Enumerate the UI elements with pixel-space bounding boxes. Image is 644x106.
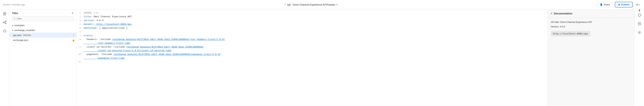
line-number: 6 bbox=[76, 30, 84, 34]
svg-line-7 bbox=[4, 21, 5, 22]
api-raml-filename: api.raml bbox=[13, 34, 22, 37]
lock-icon: 🔒 bbox=[72, 39, 75, 42]
examples-group: ▶ examples + bbox=[10, 23, 76, 28]
book-button[interactable] bbox=[636, 21, 642, 27]
chevron-right-icon: ▶ bbox=[12, 29, 14, 31]
code-line-1: 1 #%RAML 1.0 bbox=[76, 11, 548, 15]
api-raml-file-item[interactable]: api.raml Root file ⋮ bbox=[10, 33, 76, 38]
saved-status: Saved 2 minutes ago bbox=[3, 3, 25, 6]
code-line-9: 9 client-id-secured: !include /exchange_… bbox=[76, 45, 548, 53]
code-line-4: 4 baseUri: http://localhost:8081/api bbox=[76, 23, 548, 26]
line-number: 11 bbox=[76, 60, 84, 64]
file-item-left: exchange.json bbox=[13, 39, 28, 42]
code-line-2: 2 title: Omni Channel Experience API bbox=[76, 15, 548, 19]
share-icon: 👤 bbox=[600, 3, 603, 6]
repo-title: ⑂ egl · Omni Channel Experience API/mast… bbox=[284, 3, 338, 6]
documentation-panel-header: ≡ Documentation bbox=[548, 9, 634, 18]
dependencies-button[interactable] bbox=[2, 19, 8, 25]
documentation-content: API title: Omni Channel Experience API V… bbox=[548, 18, 634, 106]
examples-group-label: examples bbox=[14, 24, 25, 27]
api-raml-menu-button[interactable]: ⋮ bbox=[72, 34, 75, 37]
exchange-modules-group-label: exchange_modules bbox=[14, 29, 35, 32]
svg-point-9 bbox=[14, 18, 15, 19]
top-bar-actions: 👤 Share ⊕ Publish ⚙ ▾ bbox=[597, 2, 641, 7]
code-line-5: 5 mediaType: [ application/json ] bbox=[76, 26, 548, 30]
exchange-modules-group: ▶ exchange_modules bbox=[10, 28, 76, 33]
code-line-10: 10 pageable: !include /exchange_modules/… bbox=[76, 53, 548, 60]
sidebar-header: Files + bbox=[10, 9, 76, 16]
file-item-right: 🔒 bbox=[72, 39, 75, 42]
main-area: Files + ▶ examples + bbox=[0, 9, 644, 106]
filter-input[interactable] bbox=[17, 17, 72, 20]
code-line-6: 6 bbox=[76, 30, 548, 34]
code-line-3: 3 version: 4.0.0 bbox=[76, 19, 548, 23]
publish-label: Publish bbox=[621, 3, 630, 6]
red-arrow-annotation bbox=[634, 9, 644, 12]
chevron-down-icon[interactable]: ▾ bbox=[336, 3, 338, 6]
exchange-modules-group-header[interactable]: ▶ exchange_modules bbox=[11, 28, 75, 33]
svg-point-4 bbox=[3, 22, 4, 23]
file-item-left: api.raml Root file bbox=[13, 34, 32, 37]
shield-button[interactable] bbox=[636, 12, 642, 18]
add-file-button[interactable]: + bbox=[72, 11, 74, 15]
line-content: pageable: !include /exchange_modules/9c3… bbox=[84, 53, 548, 60]
right-icon-bar bbox=[634, 9, 644, 106]
publish-icon: ⊕ bbox=[618, 3, 620, 6]
line-content: version: 4.0.0 bbox=[84, 19, 548, 23]
code-editor-area: 1 #%RAML 1.0 2 title: Omni Channel Exper… bbox=[76, 9, 548, 106]
line-content: mediaType: [ application/json ] bbox=[84, 26, 548, 30]
chevron-right-icon: ▶ bbox=[12, 24, 14, 26]
sidebar-filter-area bbox=[10, 16, 76, 23]
design-button[interactable] bbox=[2, 28, 8, 34]
line-number: 3 bbox=[76, 19, 84, 22]
line-content: client-id-secured: !include /exchange_mo… bbox=[84, 45, 548, 53]
api-title-label: API title: Omni Channel Experience API bbox=[551, 21, 592, 23]
sidebar-files-list: ▶ examples + ▶ exchange_modules api.raml… bbox=[10, 23, 76, 106]
documentation-menu-icon: ≡ bbox=[551, 12, 552, 15]
settings-button[interactable]: ⚙ ▾ bbox=[634, 2, 641, 7]
examples-group-header[interactable]: ▶ examples + bbox=[11, 23, 75, 28]
svg-line-8 bbox=[4, 23, 5, 23]
version-label: Version: 4.0.0 bbox=[551, 25, 565, 28]
exchange-json-filename: exchange.json bbox=[13, 39, 28, 42]
svg-point-15 bbox=[639, 32, 640, 33]
left-icon-bar bbox=[0, 9, 10, 106]
line-number: 7 bbox=[76, 34, 84, 38]
version-field: Version: 4.0.0 bbox=[551, 25, 632, 28]
line-number: 5 bbox=[76, 26, 84, 30]
saved-status-text: Saved 2 minutes ago bbox=[3, 3, 25, 6]
documentation-panel: ≡ Documentation API title: Omni Channel … bbox=[548, 9, 634, 106]
code-line-8: 8 headers: !include /exchange_modules/9c… bbox=[76, 38, 548, 45]
file-item-right: ⋮ bbox=[72, 34, 75, 37]
publish-button[interactable]: ⊕ Publish bbox=[615, 2, 633, 7]
line-number: 1 bbox=[76, 11, 84, 15]
top-bar: Saved 2 minutes ago ⑂ egl · Omni Channel… bbox=[0, 0, 644, 9]
sidebar-title: Files bbox=[12, 12, 18, 15]
api-title-field: API title: Omni Channel Experience API bbox=[551, 21, 632, 23]
share-label: Share bbox=[604, 3, 610, 6]
root-file-badge: Root file bbox=[22, 34, 32, 36]
gear-chevron-icon: ▾ bbox=[639, 3, 640, 5]
line-number: 4 bbox=[76, 23, 84, 26]
repo-title-text: egl · Omni Channel Experience API/master bbox=[287, 3, 336, 6]
line-number: 2 bbox=[76, 15, 84, 19]
branch-icon: ⑂ bbox=[284, 3, 286, 6]
line-number: 10 bbox=[76, 53, 84, 56]
exchange-json-file-item[interactable]: exchange.json 🔒 bbox=[10, 38, 76, 43]
svg-point-5 bbox=[5, 21, 6, 22]
files-sidebar: Files + ▶ examples + bbox=[10, 9, 76, 106]
code-line-11: 11 bbox=[76, 60, 548, 64]
filter-input-wrap bbox=[12, 16, 74, 21]
svg-line-10 bbox=[15, 19, 16, 19]
line-number: 8 bbox=[76, 38, 84, 41]
line-content: headers: !include /exchange_modules/9c37… bbox=[84, 38, 548, 45]
gear-icon: ⚙ bbox=[636, 3, 638, 6]
documentation-title: Documentation bbox=[554, 12, 572, 15]
line-content: baseUri: http://localhost:8081/api bbox=[84, 23, 548, 26]
code-editor[interactable]: 1 #%RAML 1.0 2 title: Omni Channel Exper… bbox=[76, 9, 548, 106]
share-button[interactable]: 👤 Share bbox=[597, 2, 613, 7]
line-content: title: Omni Channel Experience API bbox=[84, 15, 548, 19]
file-nav-button[interactable] bbox=[2, 11, 8, 17]
code-line-7: 7 traits: bbox=[76, 34, 548, 38]
settings2-button[interactable] bbox=[636, 30, 642, 35]
